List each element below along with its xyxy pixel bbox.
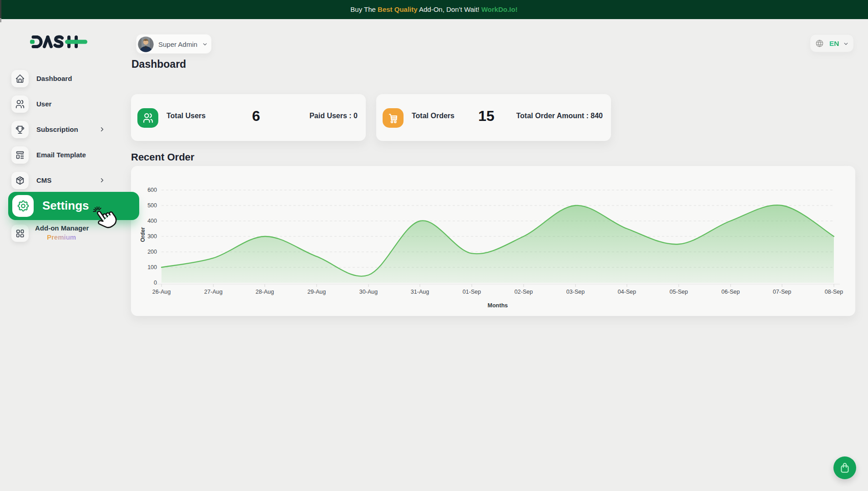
svg-text:08-Sep: 08-Sep — [825, 289, 843, 295]
svg-text:Months: Months — [488, 302, 508, 309]
svg-text:100: 100 — [147, 264, 157, 271]
svg-text:200: 200 — [147, 249, 157, 255]
svg-text:31-Aug: 31-Aug — [411, 289, 429, 295]
svg-text:28-Aug: 28-Aug — [256, 289, 274, 295]
svg-text:06-Sep: 06-Sep — [722, 289, 740, 295]
svg-text:07-Sep: 07-Sep — [773, 289, 791, 295]
svg-text:01-Sep: 01-Sep — [463, 289, 481, 295]
svg-text:30-Aug: 30-Aug — [359, 289, 378, 295]
svg-text:300: 300 — [147, 233, 157, 240]
svg-text:03-Sep: 03-Sep — [566, 289, 585, 295]
svg-text:400: 400 — [147, 218, 157, 224]
svg-text:27-Aug: 27-Aug — [204, 289, 222, 295]
svg-text:29-Aug: 29-Aug — [308, 289, 326, 295]
svg-text:0: 0 — [154, 280, 157, 286]
svg-text:26-Aug: 26-Aug — [152, 289, 171, 295]
svg-text:Order: Order — [140, 227, 146, 242]
svg-text:05-Sep: 05-Sep — [670, 289, 688, 295]
svg-text:04-Sep: 04-Sep — [618, 289, 636, 295]
svg-text:500: 500 — [147, 202, 157, 209]
svg-text:02-Sep: 02-Sep — [515, 289, 533, 295]
svg-text:600: 600 — [147, 187, 157, 193]
